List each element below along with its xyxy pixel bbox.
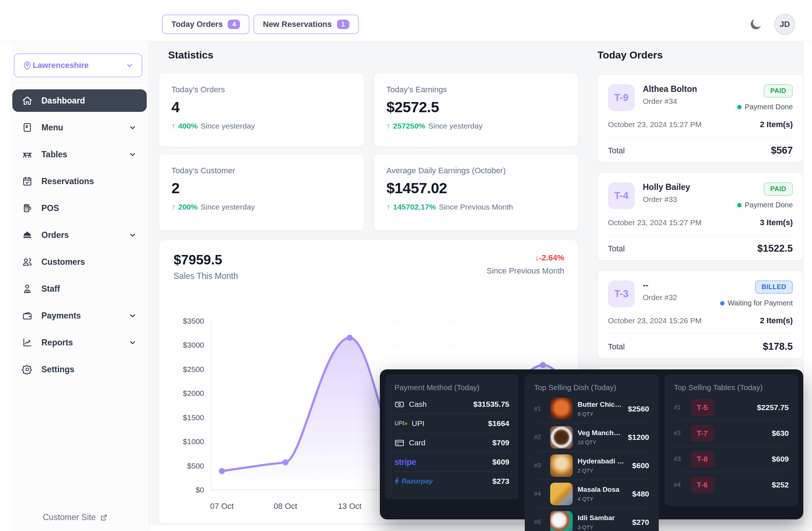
down-arrow-icon: ↓ — [535, 253, 539, 262]
dish-qty: 10 QTY — [578, 439, 623, 445]
location-selector[interactable]: Lawrenceshire — [14, 53, 142, 77]
chevron-down-icon — [128, 150, 137, 159]
chevron-down-icon — [128, 230, 137, 240]
dish-qty: 4 QTY — [578, 496, 620, 502]
order-number: Order #33 — [643, 195, 690, 204]
payment-value: $273 — [492, 477, 509, 486]
order-card[interactable]: T-3 -- Order #32 BILLED Waiting for Paym… — [597, 271, 803, 359]
sidebar-item-label: Reports — [41, 338, 73, 348]
up-arrow-icon: ↑ — [386, 203, 390, 211]
dark-mode-toggle[interactable] — [745, 14, 766, 35]
x-tick: 08 Oct — [274, 502, 297, 511]
sidebar-item-settings[interactable]: Settings — [12, 356, 147, 383]
order-datetime: October 23, 2024 15:26 PM — [608, 316, 702, 325]
credit-card-icon — [394, 438, 405, 448]
y-tick: $2000 — [183, 389, 204, 397]
report-chart-icon — [22, 337, 33, 348]
order-status-text: Payment Done — [745, 103, 793, 111]
order-status-text: Payment Done — [745, 201, 793, 209]
dish-photo — [550, 426, 573, 449]
order-items-count: 2 Item(s) — [760, 316, 793, 325]
razorpay-logo: Razorpay — [394, 477, 433, 485]
top-selling-dish-panel: Top Selling Dish (Today) #1 Butter Chick… — [525, 374, 659, 531]
stat-card-todays-customer: Today's Customer 2 ↑200%Since yesterday — [159, 154, 364, 231]
sidebar-item-label: Orders — [41, 230, 69, 240]
gear-icon — [22, 364, 33, 375]
new-reservations-button[interactable]: New Reservations 1 — [253, 15, 359, 34]
stat-label: Today's Earnings — [386, 85, 566, 94]
top-selling-tables-panel: Top Selling Tables (Today) #1 T-5 $2257.… — [665, 374, 799, 506]
sidebar-item-tables[interactable]: Tables — [12, 141, 147, 168]
dish-value: $480 — [632, 490, 649, 498]
sidebar-item-reports[interactable]: Reports — [12, 329, 147, 356]
table-value: $630 — [772, 429, 789, 438]
sidebar-item-menu[interactable]: Menu — [12, 114, 147, 141]
table-row: #1 T-5 $2257.75 — [674, 395, 789, 421]
cash-icon — [394, 399, 405, 409]
stat-delta-value: 400% — [178, 122, 198, 130]
order-status-badge: PAID — [764, 182, 793, 196]
avatar-initials: JD — [780, 20, 790, 29]
dish-value: $1200 — [628, 433, 649, 442]
dish-photo — [550, 398, 573, 420]
table-rank: #3 — [674, 455, 685, 463]
dish-qty: 3 QTY — [578, 524, 615, 530]
sales-total: $7959.5 — [174, 252, 222, 268]
dish-value: $600 — [632, 461, 649, 470]
dish-rank: #1 — [534, 405, 545, 413]
order-card[interactable]: T-9 Althea Bolton Order #34 PAID Payment… — [597, 74, 803, 163]
chevron-down-icon — [128, 123, 137, 132]
razorpay-bolt-icon — [394, 478, 399, 485]
external-link-icon — [100, 513, 108, 522]
payment-name: Cash — [409, 400, 427, 409]
order-customer: Holly Bailey — [643, 182, 690, 192]
sidebar-item-label: POS — [41, 203, 59, 213]
payment-method-panel: Payment Method (Today) Cash $31535.75 UP… — [385, 374, 519, 499]
staff-person-icon — [22, 283, 33, 294]
dish-qty: 2 QTY — [578, 467, 627, 474]
sidebar-item-label: Staff — [41, 284, 60, 294]
y-tick: $2500 — [183, 365, 204, 373]
table-badge: T-4 — [608, 182, 635, 209]
table-badge: T-8 — [691, 451, 714, 467]
stat-label: Today's Orders — [171, 85, 352, 94]
sidebar-nav: Dashboard Menu Tables Reservations POS — [12, 87, 147, 383]
table-badge: T-6 — [691, 477, 714, 493]
user-avatar[interactable]: JD — [774, 14, 795, 35]
today-orders-button[interactable]: Today Orders 4 — [162, 15, 249, 34]
stat-delta-note: Since yesterday — [428, 122, 482, 130]
chevron-down-icon — [128, 311, 137, 320]
payment-row: stripe $609 — [394, 453, 509, 472]
payment-method-title: Payment Method (Today) — [394, 383, 509, 392]
table-badge: T-7 — [691, 425, 714, 442]
customer-site-label: Customer Site — [43, 512, 96, 522]
moon-icon — [748, 17, 763, 32]
sidebar-item-staff[interactable]: Staff — [12, 275, 147, 302]
statistics-title: Statistics — [168, 49, 214, 61]
dish-rank: #5 — [534, 519, 545, 526]
today-orders-title: Today Orders — [597, 49, 663, 61]
home-icon — [22, 95, 33, 106]
payment-value: $609 — [492, 458, 509, 466]
sidebar-item-payments[interactable]: Payments — [12, 302, 147, 329]
stat-value: $1457.02 — [386, 180, 566, 197]
payment-row: Card $709 — [394, 433, 509, 453]
location-label: Lawrenceshire — [33, 61, 89, 70]
sidebar-item-orders[interactable]: Orders — [12, 222, 147, 248]
order-card[interactable]: T-4 Holly Bailey Order #33 PAID Payment … — [597, 173, 803, 261]
customer-site-link[interactable]: Customer Site — [43, 512, 108, 522]
dish-photo — [550, 511, 573, 531]
sidebar-item-label: Customers — [41, 257, 85, 267]
order-status-text: Waiting for Payment — [728, 299, 793, 307]
menu-book-icon — [22, 122, 33, 133]
order-total-label: Total — [608, 146, 625, 155]
sidebar-item-reservations[interactable]: Reservations — [12, 168, 147, 195]
dish-rank: #2 — [534, 434, 545, 441]
table-badge: T-9 — [608, 84, 635, 111]
sidebar-item-dashboard[interactable]: Dashboard — [12, 89, 147, 112]
sidebar-item-customers[interactable]: Customers — [12, 248, 147, 275]
sidebar-item-pos[interactable]: POS — [12, 195, 147, 222]
table-value: $252 — [772, 481, 789, 489]
new-reservations-count-badge: 1 — [337, 20, 349, 29]
order-customer: Althea Bolton — [643, 84, 697, 94]
